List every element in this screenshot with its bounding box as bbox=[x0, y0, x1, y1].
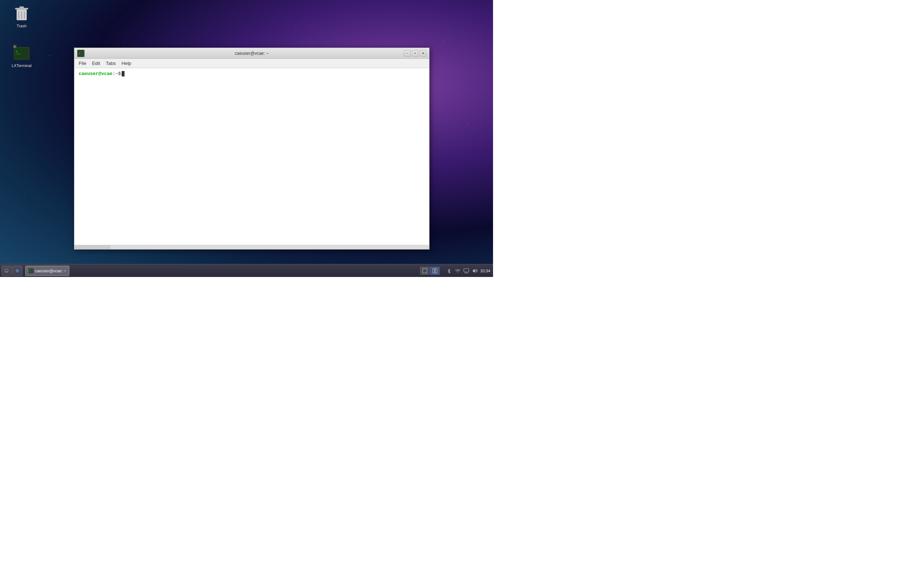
clock-time: 10:34 bbox=[480, 269, 490, 273]
window-title: caeuser@vcae: ~ bbox=[235, 51, 269, 56]
taskbar-app-label: caeuser@vcae: ~ bbox=[35, 269, 66, 273]
svg-rect-25 bbox=[464, 269, 469, 272]
close-button[interactable]: ✕ bbox=[420, 50, 426, 56]
taskbar-apps: $ caeuser@vcae: ~ bbox=[24, 266, 71, 276]
lxterminal-icon-label: LXTerminal bbox=[11, 63, 31, 68]
svg-rect-21 bbox=[433, 269, 435, 273]
svg-marker-29 bbox=[473, 269, 475, 273]
volume-icon[interactable] bbox=[472, 267, 478, 274]
taskbar-left bbox=[0, 266, 24, 276]
svg-rect-20 bbox=[423, 269, 427, 273]
trash-icon-label: Trash bbox=[16, 24, 27, 29]
window-controls: − + ✕ bbox=[404, 50, 426, 56]
taskbar: $ caeuser@vcae: ~ bbox=[0, 264, 493, 277]
desktop-icon-trash[interactable]: Trash bbox=[7, 3, 36, 30]
svg-rect-22 bbox=[435, 269, 437, 273]
terminal-cursor bbox=[122, 71, 124, 76]
wm-single-window-button[interactable] bbox=[420, 267, 430, 275]
svg-rect-12 bbox=[5, 269, 8, 272]
wm-tiled-window-button[interactable] bbox=[430, 267, 439, 275]
svg-rect-7 bbox=[15, 48, 29, 59]
terminal-window: $ caeuser@vcae: ~ − + ✕ File Edit Tabs H… bbox=[74, 48, 430, 250]
desktop: Trash ▪ $_ LXTerminal $ bbox=[0, 0, 493, 277]
bluetooth-icon[interactable] bbox=[446, 267, 452, 274]
wm-buttons bbox=[419, 267, 441, 275]
prompt-line: caeuser@vcae :~$ bbox=[79, 71, 425, 76]
prompt-symbol: :~$ bbox=[113, 71, 121, 76]
svg-rect-2 bbox=[19, 6, 24, 8]
network-tray-icon[interactable] bbox=[454, 267, 461, 274]
taskbar-app-terminal[interactable]: $ caeuser@vcae: ~ bbox=[25, 266, 69, 276]
taskbar-right: 10:34 bbox=[443, 267, 493, 274]
network-icon-button[interactable] bbox=[12, 266, 23, 276]
maximize-button[interactable]: + bbox=[412, 50, 418, 56]
svg-text:$: $ bbox=[29, 269, 30, 272]
menu-help[interactable]: Help bbox=[119, 60, 134, 67]
menu-bar: File Edit Tabs Help bbox=[74, 59, 429, 68]
title-bar: $ caeuser@vcae: ~ − + ✕ bbox=[74, 48, 429, 59]
prompt-user-host: caeuser@vcae bbox=[79, 71, 113, 76]
show-desktop-button[interactable] bbox=[2, 266, 11, 276]
trash-icon-image bbox=[13, 5, 30, 23]
menu-file[interactable]: File bbox=[76, 60, 89, 67]
svg-text:$_: $_ bbox=[16, 50, 19, 53]
menu-tabs[interactable]: Tabs bbox=[103, 60, 118, 67]
menu-edit[interactable]: Edit bbox=[89, 60, 103, 67]
title-bar-icon: $ bbox=[77, 50, 84, 57]
minimize-button[interactable]: − bbox=[404, 50, 410, 56]
clock[interactable]: 10:34 bbox=[480, 269, 490, 273]
trash-icon-svg bbox=[13, 5, 30, 23]
svg-rect-0 bbox=[15, 8, 28, 10]
lxterminal-icon-image: ▪ $_ bbox=[13, 45, 30, 62]
svg-text:$: $ bbox=[79, 52, 80, 55]
display-icon[interactable] bbox=[463, 267, 470, 274]
desktop-icon-lxterminal[interactable]: ▪ $_ LXTerminal bbox=[7, 43, 36, 69]
terminal-scrollbar[interactable] bbox=[74, 245, 429, 249]
terminal-content[interactable]: caeuser@vcae :~$ bbox=[74, 68, 429, 245]
